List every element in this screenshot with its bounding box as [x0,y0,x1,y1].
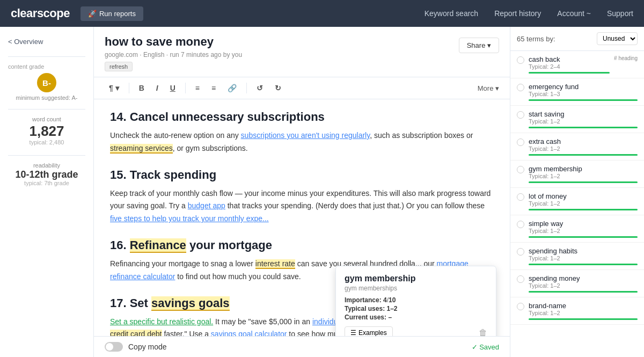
bold-button[interactable]: B [135,82,149,94]
highlight-savings-goals: savings goals [151,296,230,311]
term-radio[interactable] [517,221,524,228]
tooltip-popup: gym membership gym memberships Importanc… [335,266,496,336]
toolbar-divider-2 [185,83,186,93]
term-typical: Typical: 1–2 [529,145,638,152]
paragraph-button[interactable]: ¶ ▾ [105,82,123,94]
editor-area[interactable]: 14. Cancel unnecessary subscriptions Unc… [94,99,510,336]
header-nav: Keyword search Report history Account ~ … [425,9,633,18]
term-item[interactable]: brand-name Typical: 1–2 [510,297,644,325]
section-15-heading: 15. Track spending [110,168,494,182]
term-name: spending habits [529,247,638,255]
nav-account[interactable]: Account ~ [557,9,591,18]
ol-button[interactable]: ≡ [191,82,204,94]
term-item[interactable]: gym membership Typical: 1–2 [510,161,644,188]
readability-label: readability [8,162,85,169]
term-radio[interactable] [517,56,524,64]
term-item[interactable]: spending money Typical: 1–2 [510,270,644,297]
terms-count: 65 terms by: [517,35,555,43]
term-item[interactable]: extra cash Typical: 1–2 [510,133,644,161]
term-radio[interactable] [517,166,524,173]
term-name: start saving [529,110,638,118]
term-item[interactable]: spending habits Typical: 1–2 [510,243,644,270]
term-item[interactable]: lot of money Typical: 1–2 [510,188,644,215]
highlight-streaming: streaming services [110,144,173,154]
word-count-value: 1,827 [8,123,85,139]
highlight-refinance: Refinance [130,238,186,253]
term-bar [529,154,638,156]
term-bar [529,236,638,238]
share-button[interactable]: Share ▾ [459,38,499,53]
toolbar: ¶ ▾ B I U ≡ ≡ 🔗 ↺ ↻ More ▾ [94,77,510,99]
section-15-paragraph: Keep track of your monthly cash flow — y… [110,187,494,225]
term-radio[interactable] [517,84,524,91]
highlight-interest-rate: interest rate [255,259,295,269]
term-name: extra cash [529,137,638,145]
term-name: cash back [529,55,610,63]
italic-button[interactable]: I [152,82,163,94]
word-count-typical: typical: 2,480 [8,139,85,145]
tooltip-actions: ☰ Examples 🗑 [345,326,487,336]
copy-mode-label: Copy mode [128,343,167,351]
term-radio[interactable] [517,248,524,256]
term-radio[interactable] [517,275,524,283]
readability-typical: typical: 7th grade [8,180,85,186]
redo-button[interactable]: ↻ [270,82,286,94]
term-name: gym membership [529,165,638,173]
logo: clearscope [11,6,70,20]
term-radio[interactable] [517,193,524,201]
tooltip-current-uses: Current uses: – [345,314,487,321]
undo-button[interactable]: ↺ [252,82,267,94]
overview-link[interactable]: < Overview [8,38,85,46]
doc-meta: google.com · English · run 7 minutes ago… [105,51,242,59]
toolbar-divider-3 [246,83,247,93]
tooltip-typical-uses: Typical uses: 1–2 [345,305,487,312]
nav-report-history[interactable]: Report history [494,9,541,18]
list-icon: ☰ [350,329,356,336]
main-layout: < Overview content grade B- minimum sugg… [0,27,644,357]
term-bar [529,264,638,265]
saved-indicator: ✓ Saved [472,343,499,351]
underline-button[interactable]: U [166,82,180,94]
link-set-goal[interactable]: Set a specific but realistic goal. [110,317,213,326]
term-typical: Typical: 1–2 [529,310,638,316]
link-budget-app[interactable]: budget app [188,201,225,210]
term-bar [529,209,638,210]
term-item[interactable]: simple way Typical: 1–2 [510,215,644,243]
term-radio[interactable] [517,303,524,310]
delete-button[interactable]: 🗑 [479,328,487,336]
content-grade-label: content grade [8,63,85,70]
section-15: 15. Track spending Keep track of your mo… [110,168,494,225]
content-grade-section: B- minimum suggested: A- [8,73,85,101]
term-name: spending money [529,274,638,282]
header: clearscope 🚀 Run reports Keyword search … [0,0,644,27]
doc-title: how to save money [105,35,242,49]
ul-button[interactable]: ≡ [207,82,220,94]
word-count-label: word count [8,116,85,122]
term-typical: Typical: 1–2 [529,255,638,261]
link-button[interactable]: 🔗 [223,82,241,94]
more-button[interactable]: More ▾ [478,84,499,92]
run-reports-button[interactable]: 🚀 Run reports [80,6,143,21]
main-editor: how to save money google.com · English ·… [94,27,510,357]
term-item[interactable]: start saving Typical: 1–2 [510,106,644,133]
term-name: simple way [529,220,638,228]
link-savings-calc[interactable]: savings goal calculator [211,330,287,336]
term-bar [529,127,638,128]
section-16-heading: 16. Refinance your mortgage [110,238,494,252]
refresh-button[interactable]: refresh [105,62,133,71]
nav-support[interactable]: Support [607,9,633,18]
term-item[interactable]: emergency fund Typical: 1–3 [510,78,644,106]
toolbar-divider-1 [129,83,129,93]
term-bar [529,318,638,320]
term-item[interactable]: cash back Typical: 2–4 # heading [510,51,644,78]
nav-keyword-search[interactable]: Keyword search [425,9,478,18]
link-five-steps[interactable]: five steps to help you track your monthl… [110,214,269,223]
copy-mode-toggle[interactable] [105,342,123,352]
word-count-section: word count 1,827 typical: 2,480 [8,116,85,145]
link-subscriptions[interactable]: subscriptions you aren't using regularly [241,131,370,140]
examples-button[interactable]: ☰ Examples [345,326,393,336]
sort-select[interactable]: Unused [597,32,638,45]
term-radio[interactable] [517,139,524,146]
term-name: emergency fund [529,83,638,91]
term-radio[interactable] [517,111,524,119]
